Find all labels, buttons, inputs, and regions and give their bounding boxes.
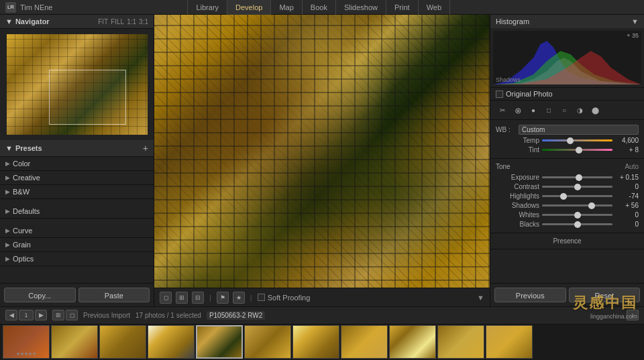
zoom-fit[interactable]: FIT (98, 18, 108, 25)
exposure-slider[interactable] (542, 176, 612, 178)
paste-button[interactable]: Paste (78, 288, 150, 302)
exposure-thumb[interactable] (576, 174, 582, 181)
radial-icon[interactable]: ◑ (573, 103, 586, 117)
highlights-slider[interactable] (542, 195, 612, 197)
soft-proof-dropdown[interactable]: ▼ (477, 294, 484, 302)
main-layout: ▼ Navigator FIT FILL 1:1 3:1 ▼ (0, 15, 644, 306)
temp-thumb[interactable] (567, 137, 574, 144)
grid-view-icon[interactable]: ⊞ (176, 292, 188, 304)
nav-next-page[interactable]: ▶ (35, 310, 47, 320)
copy-button[interactable]: Copy... (4, 288, 76, 302)
thumbnail-8[interactable] (341, 325, 388, 359)
preset-group-curve-header[interactable]: ▶ Curve (0, 224, 154, 237)
thumbnail-6[interactable] (244, 325, 291, 359)
chevron-right-icon: ▶ (5, 188, 10, 195)
nav-print[interactable]: Print (386, 0, 419, 15)
thumbnail-5[interactable] (196, 325, 243, 359)
view-buttons: ⊞ ◻ (52, 310, 78, 320)
preset-group-creative-header[interactable]: ▶ Creative (0, 171, 154, 184)
soft-proof-checkbox[interactable]: Soft Proofing (258, 294, 311, 302)
filmstrip-sort[interactable]: ↕ (627, 310, 639, 320)
thumbnail-11[interactable] (486, 325, 533, 359)
soft-proof-checkbox-box[interactable] (258, 294, 265, 301)
preset-group-defaults-header[interactable]: ▶ Defaults (0, 204, 154, 218)
nav-page-num: 1 (19, 310, 34, 320)
shadows-slider[interactable] (542, 204, 612, 206)
loupe-icon[interactable]: ◻ (160, 292, 172, 304)
tint-thumb[interactable] (576, 147, 582, 154)
reset-button[interactable]: Reset (569, 288, 641, 302)
zoom-fill[interactable]: FILL (111, 18, 124, 25)
zoom-1to1[interactable]: 1:1 (127, 18, 136, 25)
presence-section: Presence (490, 233, 644, 249)
histogram-header[interactable]: Histogram ▼ (490, 15, 644, 28)
compare-icon[interactable]: ⊟ (192, 292, 204, 304)
thumbnail-2[interactable] (51, 325, 98, 359)
whites-slider[interactable] (542, 214, 612, 216)
preset-group-optics: ▶ Optics (0, 252, 154, 266)
auto-button[interactable]: Auto (625, 163, 639, 170)
contrast-thumb[interactable] (574, 184, 581, 190)
preset-group-grain-header[interactable]: ▶ Grain (0, 238, 154, 251)
left-panel: ▼ Navigator FIT FILL 1:1 3:1 ▼ (0, 15, 154, 306)
blacks-value: 0 (615, 221, 639, 228)
contrast-row: Contrast 0 (496, 183, 639, 190)
nav-book[interactable]: Book (303, 0, 336, 15)
original-photo-label: Original Photo (506, 90, 553, 98)
crop-icon[interactable]: ✂ (496, 103, 509, 117)
chevron-right-icon: ▶ (5, 208, 10, 215)
thumbnail-10[interactable] (437, 325, 484, 359)
highlights-row: Highlights -74 (496, 192, 639, 200)
filmstrip: ★★★★★ (0, 324, 644, 360)
nav-web[interactable]: Web (419, 0, 450, 15)
histogram-canvas: + 35 Shadows (493, 31, 641, 84)
blacks-slider[interactable] (542, 223, 612, 225)
center-image-area: ◻ ⊞ ⊟ | ⚑ ★ | Soft Proofing ▼ (154, 15, 490, 306)
preset-group-defaults: ▶ Defaults (0, 204, 154, 219)
temp-slider[interactable] (542, 139, 612, 141)
thumbnail-7[interactable] (292, 325, 339, 359)
original-photo-checkbox[interactable] (496, 91, 503, 98)
right-panel: Histogram ▼ + 35 Shadows (490, 15, 644, 306)
preset-group-optics-header[interactable]: ▶ Optics (0, 252, 154, 265)
thumbnail-9[interactable] (389, 325, 436, 359)
nav-develop[interactable]: Develop (227, 0, 271, 15)
blacks-thumb[interactable] (574, 221, 581, 228)
nav-library[interactable]: Library (187, 0, 227, 15)
previous-button[interactable]: Previous (494, 288, 566, 302)
grid-btn[interactable]: ⊞ (52, 310, 64, 320)
previous-import-label[interactable]: Previous Import (83, 312, 130, 319)
nav-slideshow[interactable]: Slideshow (336, 0, 386, 15)
navigator-header[interactable]: ▼ Navigator FIT FILL 1:1 3:1 (0, 15, 154, 29)
thumbnail-4[interactable] (148, 325, 195, 359)
star-icon[interactable]: ★ (233, 292, 245, 304)
shadows-row: Shadows + 56 (496, 202, 639, 209)
highlights-thumb[interactable] (560, 193, 567, 200)
thumbnail-3[interactable] (99, 325, 146, 359)
filter-icon[interactable]: ○ (557, 103, 571, 117)
zoom-3to1[interactable]: 3:1 (139, 18, 148, 25)
grid-overlay (154, 15, 490, 306)
flag-icon[interactable]: ⚑ (217, 292, 229, 304)
nav-map[interactable]: Map (271, 0, 302, 15)
brush-icon[interactable]: ◎ (511, 103, 525, 117)
shadows-thumb[interactable] (588, 202, 595, 209)
whites-thumb[interactable] (574, 212, 581, 219)
presets-header[interactable]: ▼ Presets + (0, 140, 154, 157)
contrast-slider[interactable] (542, 186, 612, 188)
loupe-btn[interactable]: ◻ (66, 310, 78, 320)
tint-slider[interactable] (542, 149, 612, 151)
preset-group-bw-header[interactable]: ▶ B&W (0, 185, 154, 198)
wb-dropdown[interactable]: Custom (519, 125, 639, 135)
filename-badge: P1050663-2 RW2 (207, 311, 265, 320)
heal-icon[interactable]: ● (527, 103, 540, 117)
temp-label: Temp (496, 137, 539, 144)
thumbnail-1[interactable]: ★★★★★ (3, 325, 50, 359)
add-preset-button[interactable]: + (143, 143, 148, 154)
preset-group-color-header[interactable]: ▶ Color (0, 157, 154, 170)
redeye-icon[interactable]: □ (542, 103, 555, 117)
adjustment-icon[interactable]: ⬤ (588, 103, 602, 117)
preset-creative-label: Creative (13, 174, 40, 182)
nav-prev-page[interactable]: ◀ (5, 310, 17, 320)
preset-curve-label: Curve (13, 227, 32, 235)
